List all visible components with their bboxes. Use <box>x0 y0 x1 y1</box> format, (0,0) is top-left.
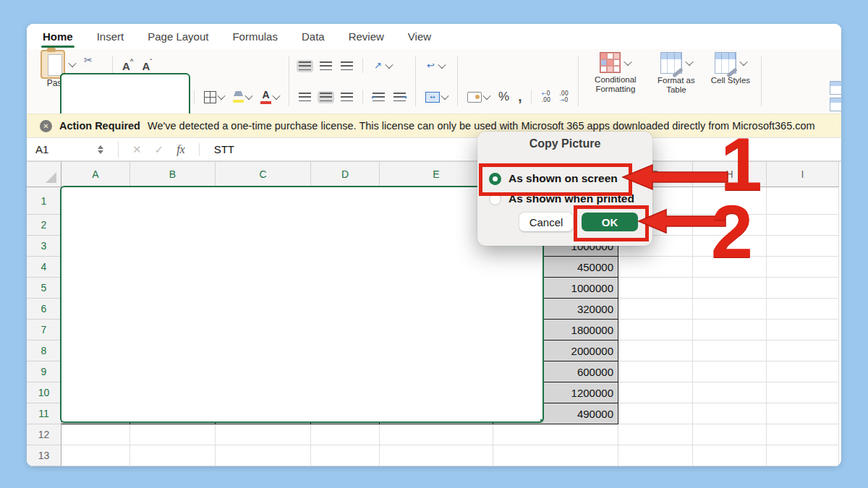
cell-D8[interactable]: 8 <box>311 341 380 361</box>
tab-home[interactable]: Home <box>41 26 75 47</box>
fill-color-button[interactable] <box>231 90 254 104</box>
cell-C8[interactable]: Váy hoa <box>216 341 311 361</box>
cell-A12[interactable] <box>61 424 130 445</box>
cell-H12[interactable] <box>693 424 767 445</box>
cell-C6[interactable]: Mũ lưỡi trai <box>216 299 311 320</box>
col-header-I[interactable]: I <box>767 162 839 187</box>
cell-G11[interactable] <box>618 403 693 424</box>
increase-decimal-button[interactable]: ←0.00 <box>539 89 553 105</box>
cell-E5[interactable]: 500000 <box>380 278 493 299</box>
row-header-2[interactable]: 2 <box>27 215 61 236</box>
cell-I6[interactable] <box>767 299 839 320</box>
cell-G5[interactable] <box>618 278 693 299</box>
tab-formulas[interactable]: Formulas <box>231 26 279 47</box>
cell-B8[interactable]: 05/04/2025 <box>130 341 216 361</box>
row-header-4[interactable]: 4 <box>27 257 61 278</box>
cell-E13[interactable] <box>380 445 493 466</box>
italic-button[interactable]: I <box>141 90 158 105</box>
cell-H6[interactable] <box>693 299 767 320</box>
cell-I4[interactable] <box>767 257 839 278</box>
cell-E10[interactable]: 400000 <box>380 382 493 403</box>
cell-F13[interactable] <box>493 445 618 466</box>
cell-B11[interactable]: 08/04/2025 <box>130 403 216 424</box>
cell-A8[interactable]: 7 <box>61 341 130 361</box>
cell-E8[interactable]: 250000 <box>380 341 493 361</box>
increase-font-size-button[interactable]: A^ <box>120 59 136 74</box>
cell-G7[interactable] <box>618 320 693 341</box>
format-painter-button[interactable] <box>82 98 105 109</box>
accounting-format-button[interactable] <box>465 90 492 104</box>
cut-button[interactable]: ✂ <box>82 53 105 67</box>
cell-E9[interactable]: 600000 <box>380 361 493 382</box>
row-header-12[interactable]: 12 <box>27 424 61 445</box>
cell-I10[interactable] <box>767 382 839 403</box>
cell-B5[interactable]: 03/04/2025 <box>130 278 216 299</box>
cell-H13[interactable] <box>693 445 767 466</box>
cell-H5[interactable] <box>693 278 767 299</box>
percent-style-button[interactable]: % <box>496 88 511 106</box>
format-as-table-button[interactable]: Format as Table <box>647 52 706 95</box>
cell-C11[interactable]: Khăn choàng <box>216 403 311 424</box>
merge-center-button[interactable]: ↔ <box>423 90 450 104</box>
row-header-3[interactable]: 3 <box>27 236 61 257</box>
cell-I9[interactable] <box>767 361 839 382</box>
wrap-text-button[interactable] <box>423 59 447 72</box>
cell-I11[interactable] <box>767 403 839 424</box>
cell-B9[interactable]: 06/04/2025 <box>130 361 216 382</box>
cell-C10[interactable]: Túi xách <box>216 382 311 403</box>
insert-cells-icon[interactable] <box>830 81 841 95</box>
row-header-9[interactable]: 9 <box>27 361 61 382</box>
align-bottom-button[interactable] <box>339 60 355 72</box>
cell-D1[interactable]: Số lượng <box>311 187 380 215</box>
cell-D13[interactable] <box>311 445 380 466</box>
cell-C13[interactable] <box>216 445 311 466</box>
cell-C3[interactable]: Quần jean nữ <box>216 236 311 257</box>
borders-button[interactable] <box>202 90 226 105</box>
align-middle-button[interactable] <box>318 60 334 72</box>
insert-function-icon[interactable]: fx <box>176 143 185 156</box>
orientation-button[interactable] <box>370 59 394 72</box>
cell-I2[interactable] <box>767 215 839 236</box>
cell-A11[interactable]: 10 <box>61 403 130 424</box>
cell-C4[interactable]: Áo sơ mi <box>216 257 311 278</box>
name-box-stepper[interactable] <box>98 145 103 154</box>
cell-A1[interactable]: STT <box>61 187 130 215</box>
cell-E7[interactable]: 300000 <box>380 320 493 341</box>
align-left-button[interactable] <box>297 91 313 103</box>
cell-B7[interactable]: 04/04/2025 <box>130 320 216 341</box>
align-center-button[interactable] <box>318 91 334 103</box>
cell-E4[interactable]: 150000 <box>380 257 493 278</box>
cell-E3[interactable]: 200000 <box>380 236 493 257</box>
cell-E12[interactable] <box>380 424 493 445</box>
cell-C7[interactable]: Balo <box>216 320 311 341</box>
cell-A3[interactable]: 2 <box>61 236 130 257</box>
align-right-button[interactable] <box>339 91 355 103</box>
cell-F9[interactable]: 600000 <box>493 361 618 382</box>
cell-E2[interactable]: 100000 <box>380 215 493 236</box>
underline-button[interactable]: U <box>162 90 187 105</box>
select-all-button[interactable] <box>27 162 61 187</box>
cell-A6[interactable]: 5 <box>61 299 130 320</box>
cell-E1[interactable]: Đơn giá (VNĐ) <box>380 187 493 215</box>
cell-E11[interactable]: 70000 <box>380 403 493 424</box>
cell-I5[interactable] <box>767 278 839 299</box>
cell-D11[interactable]: 7 <box>311 403 380 424</box>
cell-H10[interactable] <box>693 382 767 403</box>
row-header-11[interactable]: 11 <box>27 403 61 424</box>
decrease-font-size-button[interactable]: Aˇ <box>140 59 155 74</box>
cell-I3[interactable] <box>767 236 839 257</box>
cell-D6[interactable]: 4 <box>311 299 380 320</box>
cell-E6[interactable]: 80000 <box>380 299 493 320</box>
cell-G8[interactable] <box>618 341 693 361</box>
cancel-button[interactable]: Cancel <box>519 213 573 231</box>
cell-G4[interactable] <box>618 257 693 278</box>
cell-A2[interactable]: 1 <box>61 215 130 236</box>
cell-I1[interactable] <box>767 187 839 215</box>
col-header-A[interactable]: A <box>61 162 130 187</box>
row-header-13[interactable]: 13 <box>27 445 61 466</box>
cell-B12[interactable] <box>130 424 216 445</box>
cell-G9[interactable] <box>618 361 693 382</box>
increase-indent-button[interactable] <box>391 91 408 103</box>
cell-C2[interactable]: Áo thun nam <box>216 215 311 236</box>
cell-B2[interactable]: 01/04/2025 <box>130 215 216 236</box>
